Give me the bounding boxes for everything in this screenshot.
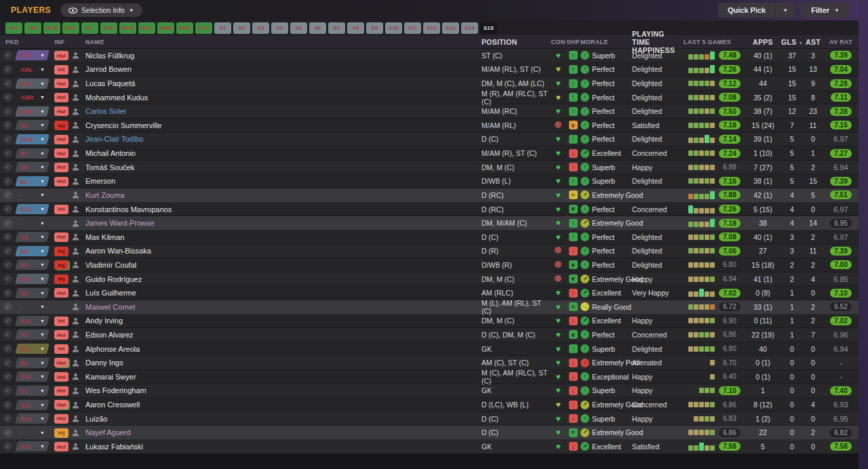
slot-tab-s9[interactable]: S9 [366, 22, 383, 34]
slot-tab-s13[interactable]: S13 [442, 22, 459, 34]
column-header-pkd[interactable]: PKD [5, 39, 52, 45]
filter-button[interactable]: Filter ▼ [802, 3, 849, 18]
column-header-playing-time[interactable]: PLAYING TIME HAPPINESS [632, 30, 684, 54]
info-badge-hol[interactable]: Hol [54, 232, 68, 242]
picked-check-icon[interactable]: ✓ [3, 107, 12, 116]
player-row[interactable]: ✓DM▼InjGuido RodríguezDM, M (C)∨↗Extreme… [0, 272, 859, 287]
pkd-position-badge[interactable]: S6▼ [15, 358, 50, 368]
pkd-position-badge[interactable]: -▼ [15, 428, 50, 438]
player-name[interactable]: Kurt Zouma [85, 191, 481, 199]
player-row[interactable]: ✓DL▼HolEmersonD/WB (L)♥↑↑SuperbDelighted… [0, 174, 859, 188]
info-badge-inj[interactable]: Inj [54, 274, 68, 284]
player-row[interactable]: ✓-▼James Ward-ProwseDM, M/AM (C)♥↑↗Extre… [0, 216, 859, 230]
slot-tab-s15[interactable]: S15 [480, 22, 497, 34]
pkd-position-badge[interactable]: DCL▼ [15, 204, 50, 214]
picked-check-icon[interactable]: ✓ [3, 247, 12, 256]
column-header-last5[interactable]: LAST 5 GAMES [684, 39, 745, 45]
player-row[interactable]: ✓S5▼InjVladimír CoufalD/WB (R)∨↑PerfectD… [0, 258, 859, 272]
picked-check-icon[interactable]: ✓ [3, 442, 12, 451]
pkd-position-badge[interactable]: MCL▼ [15, 79, 50, 89]
player-row[interactable]: ✓S9▼HolLuís GuilhermeAM (RLC)♥↓↗Excellen… [0, 286, 859, 300]
player-name[interactable]: Wes Foderingham [85, 386, 481, 394]
slot-tab-stc[interactable]: STC [195, 22, 212, 34]
slot-tab-aml[interactable]: AML [176, 22, 193, 34]
player-name[interactable]: Max Kilman [85, 233, 481, 241]
info-badge-inj[interactable]: Inj [54, 428, 68, 438]
player-row[interactable]: ✓S10▼HolKamarai SwyerM (C), AM (RLC), ST… [0, 370, 859, 384]
info-badge-hol[interactable]: Hol [54, 148, 68, 158]
slot-tab-s1[interactable]: S1 [214, 22, 231, 34]
player-name[interactable]: Konstantinos Mavropanos [85, 205, 481, 213]
picked-check-icon[interactable]: ✓ [3, 93, 12, 102]
pkd-position-badge[interactable]: S1▼ [15, 386, 50, 396]
picked-check-icon[interactable]: ✓ [3, 274, 12, 283]
picked-check-icon[interactable]: ✓ [3, 317, 12, 325]
column-header-shp[interactable]: SHP [566, 39, 580, 45]
pkd-position-badge[interactable]: -▼ [15, 302, 50, 312]
player-row[interactable]: ✓AML▼IntJarrod BowenM/AM (RL), ST (C)♥↑↑… [0, 63, 859, 77]
player-name[interactable]: Luizão [85, 415, 481, 423]
player-name[interactable]: Maxwel Cornet [85, 303, 481, 311]
info-badge-hol[interactable]: Hol [54, 288, 68, 298]
pkd-position-badge[interactable]: S3▼ [15, 329, 50, 340]
slot-tab-s8[interactable]: S8 [347, 22, 364, 34]
pkd-position-badge[interactable]: -▼ [15, 190, 50, 200]
info-badge-inj[interactable]: Inj [54, 247, 68, 256]
picked-check-icon[interactable]: ✓ [3, 330, 12, 339]
pkd-position-badge[interactable]: S5▼ [15, 260, 50, 270]
info-badge-hol[interactable]: Hol [54, 177, 68, 186]
pkd-position-badge[interactable]: DM▼ [15, 274, 50, 284]
picked-check-icon[interactable]: ✓ [3, 428, 12, 437]
slot-tab-s11[interactable]: S11 [404, 22, 421, 34]
info-badge-hol[interactable]: Hol [54, 358, 68, 367]
info-badge-int[interactable]: Int [54, 65, 68, 75]
picked-check-icon[interactable]: ✓ [3, 386, 12, 395]
picked-check-icon[interactable]: ✓ [3, 289, 12, 298]
player-name[interactable]: Aaron Cresswell [85, 401, 481, 409]
slot-tab-s7[interactable]: S7 [328, 22, 345, 34]
info-badge-hol[interactable]: Hol [54, 51, 68, 60]
pkd-position-badge[interactable]: S12▼ [15, 316, 50, 326]
slot-tab-dcr[interactable]: DCR [43, 22, 60, 34]
player-row[interactable]: ✓MCL▼HolLucas PaquetáDM, M (C), AM (LC)♥… [0, 77, 859, 91]
player-name[interactable]: Luís Guilherme [85, 289, 481, 297]
player-row[interactable]: ✓-▼Maxwel CornetM (L), AM (RL), ST (C)♥=… [0, 300, 859, 314]
player-row[interactable]: ✓AMR▼HolMohammed KudusM (R), AM (RLC), S… [0, 91, 859, 105]
player-name[interactable]: Carlos Soler [85, 107, 481, 115]
slot-tab-dcl[interactable]: DCL [62, 22, 79, 34]
column-header-inf[interactable]: INF [52, 39, 72, 45]
player-name[interactable]: Łukasz Fabiański [85, 443, 481, 451]
player-name[interactable]: Lucas Paquetá [85, 79, 481, 87]
pkd-position-badge[interactable]: S9▼ [15, 288, 50, 298]
player-name[interactable]: Alphonse Areola [85, 345, 481, 353]
picked-check-icon[interactable]: ✓ [3, 65, 12, 74]
player-name[interactable]: Jean-Clair Todibo [85, 135, 481, 143]
slot-tab-s10[interactable]: S10 [385, 22, 402, 34]
pkd-position-badge[interactable]: STC▼ [15, 50, 50, 60]
picked-check-icon[interactable]: ✓ [3, 163, 12, 171]
column-header-con[interactable]: CON [551, 39, 566, 45]
slot-tab-gk[interactable]: GK [5, 22, 22, 34]
column-header-gls[interactable]: GLS▼ [781, 38, 803, 46]
quick-pick-dropdown[interactable]: ▼ [776, 3, 795, 18]
player-name[interactable]: James Ward-Prowse [85, 219, 481, 227]
info-badge-hol[interactable]: Hol [54, 442, 68, 451]
player-row[interactable]: ✓-▼InjNayef AguerdD (C)♥=↗Extremely Good… [0, 426, 859, 440]
info-badge-hol[interactable]: Hol [54, 372, 68, 382]
picked-check-icon[interactable]: ✓ [3, 79, 12, 88]
picked-check-icon[interactable]: ✓ [3, 359, 12, 367]
picked-check-icon[interactable]: ✓ [3, 219, 12, 228]
pkd-position-badge[interactable]: MCR▼ [15, 106, 50, 117]
slot-tab-s12[interactable]: S12 [423, 22, 440, 34]
player-row[interactable]: ✓STC▼HolNiclas FüllkrugST (C)♥↑↑SuperbDe… [0, 49, 859, 63]
slot-tab-s5[interactable]: S5 [290, 22, 307, 34]
info-badge-int[interactable]: Int [54, 317, 68, 326]
player-name[interactable]: Guido Rodríguez [85, 275, 481, 283]
slot-tab-amr[interactable]: AMR [157, 22, 174, 34]
pkd-position-badge[interactable]: S2▼ [15, 120, 50, 130]
column-header-morale[interactable]: MORALE [580, 39, 632, 45]
info-badge-hol[interactable]: Hol [54, 414, 68, 424]
player-row[interactable]: ✓GK▼IntAlphonse AreolaGK♥↑↑SuperbDelight… [0, 342, 859, 356]
picked-check-icon[interactable]: ✓ [3, 190, 12, 199]
picked-check-icon[interactable]: ✓ [3, 414, 12, 423]
